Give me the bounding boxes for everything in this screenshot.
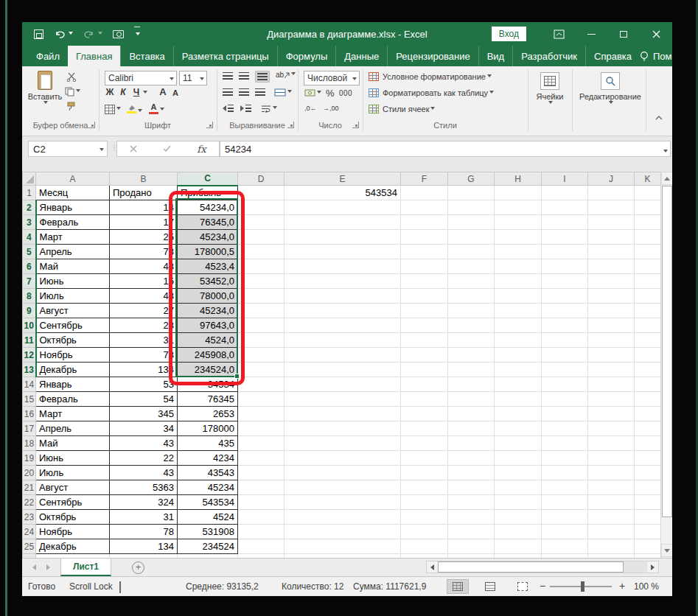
cell-E17[interactable] xyxy=(285,421,401,436)
cell-F3[interactable] xyxy=(401,215,448,230)
cell-K14[interactable] xyxy=(635,377,661,392)
cell-K8[interactable] xyxy=(635,289,661,304)
cell-E19[interactable] xyxy=(285,451,401,466)
row-header-7[interactable]: 7 xyxy=(23,274,36,289)
menu-tab-8[interactable]: Разработчик xyxy=(512,46,585,66)
cell-C22[interactable]: 543534 xyxy=(178,495,238,510)
styles-item-1[interactable]: Форматировать как таблицу xyxy=(369,88,523,97)
font-dialog-launcher[interactable] xyxy=(206,122,213,128)
sheet-tab-list1[interactable]: Лист1 xyxy=(60,559,111,576)
cell-H25[interactable] xyxy=(495,539,542,554)
align-top-button[interactable] xyxy=(223,72,233,80)
cell-I3[interactable] xyxy=(542,215,588,230)
cell-B15[interactable]: 54 xyxy=(110,392,178,407)
cell-C4[interactable]: 45234,0 xyxy=(178,230,238,245)
row-header-20[interactable]: 20 xyxy=(23,466,36,480)
cell-G11[interactable] xyxy=(448,333,495,348)
row-header-21[interactable]: 21 xyxy=(23,480,36,495)
row-header-9[interactable]: 9 xyxy=(23,304,36,318)
row-header-18[interactable]: 18 xyxy=(23,436,36,451)
close-button[interactable] xyxy=(640,22,672,46)
column-header-F[interactable]: F xyxy=(401,172,448,186)
customize-qat-button[interactable] xyxy=(134,27,140,41)
cell-E21[interactable] xyxy=(285,480,401,495)
bold-button[interactable]: Ж xyxy=(105,88,115,97)
cell-I21[interactable] xyxy=(542,480,588,495)
shrink-font-button[interactable]: А xyxy=(171,89,180,97)
cell-G2[interactable] xyxy=(448,200,495,215)
cell-C21[interactable]: 45234 xyxy=(178,480,238,495)
cell-D12[interactable] xyxy=(238,348,285,363)
cell-J9[interactable] xyxy=(588,304,635,318)
font-size-combo[interactable]: 11 xyxy=(179,71,207,85)
cell-I4[interactable] xyxy=(542,230,588,245)
cell-D3[interactable] xyxy=(238,215,285,230)
redo-button[interactable] xyxy=(83,29,102,39)
column-header-A[interactable]: A xyxy=(36,172,110,186)
cell-I14[interactable] xyxy=(542,377,588,392)
cell-H4[interactable] xyxy=(495,230,542,245)
cell-I15[interactable] xyxy=(542,392,588,407)
cell-K5[interactable] xyxy=(635,245,661,259)
save-button[interactable] xyxy=(34,29,43,39)
cell-C24[interactable]: 531908 xyxy=(178,525,238,539)
cell-B11[interactable]: 31 xyxy=(110,333,178,348)
row-header-12[interactable]: 12 xyxy=(23,348,36,363)
cell-K15[interactable] xyxy=(635,392,661,407)
cell-F18[interactable] xyxy=(401,436,448,451)
helper-tab[interactable]: Помощн xyxy=(640,51,672,62)
cell-I18[interactable] xyxy=(542,436,588,451)
cell-A4[interactable]: Март xyxy=(36,230,110,245)
cell-B24[interactable]: 78 xyxy=(110,525,178,539)
styles-item-2[interactable]: Стили ячеек xyxy=(369,105,523,113)
row-header-8[interactable]: 8 xyxy=(23,289,36,304)
cell-K4[interactable] xyxy=(635,230,661,245)
format-painter-button[interactable] xyxy=(66,102,76,111)
sheet-next-button[interactable] xyxy=(46,564,50,570)
normal-view-button[interactable] xyxy=(447,579,469,594)
row-header-2[interactable]: 2 xyxy=(23,200,36,215)
cell-H17[interactable] xyxy=(495,421,542,436)
cell-H22[interactable] xyxy=(495,495,542,510)
cell-I22[interactable] xyxy=(542,495,588,510)
cell-G9[interactable] xyxy=(448,304,495,318)
row-header-13[interactable]: 13 xyxy=(23,363,36,377)
cell-I8[interactable] xyxy=(542,289,588,304)
column-header-D[interactable]: D xyxy=(238,172,285,186)
cell-K21[interactable] xyxy=(635,480,661,495)
cell-G8[interactable] xyxy=(448,289,495,304)
cell-D7[interactable] xyxy=(238,274,285,289)
cell-A21[interactable]: Август xyxy=(36,480,110,495)
borders-dropdown-icon[interactable] xyxy=(116,107,121,112)
cell-H9[interactable] xyxy=(495,304,542,318)
cell-J4[interactable] xyxy=(588,230,635,245)
cell-D17[interactable] xyxy=(238,421,285,436)
cell-E2[interactable] xyxy=(285,200,401,215)
cell-E20[interactable] xyxy=(285,466,401,480)
cell-A11[interactable]: Октябрь xyxy=(36,333,110,348)
cell-E22[interactable] xyxy=(285,495,401,510)
cell-K2[interactable] xyxy=(635,200,661,215)
cell-J16[interactable] xyxy=(588,407,635,421)
row-header-6[interactable]: 6 xyxy=(23,259,36,274)
cell-H1[interactable] xyxy=(495,186,542,200)
undo-button[interactable] xyxy=(54,29,73,39)
cell-B5[interactable]: 73 xyxy=(110,245,178,259)
scroll-left-button[interactable] xyxy=(427,561,438,573)
editing-dropdown-icon[interactable] xyxy=(609,101,613,106)
comma-style-button[interactable]: 000 xyxy=(339,89,352,97)
cell-I17[interactable] xyxy=(542,421,588,436)
cell-B7[interactable]: 15 xyxy=(110,274,178,289)
cut-button[interactable] xyxy=(66,72,77,82)
cell-F4[interactable] xyxy=(401,230,448,245)
cell-E23[interactable] xyxy=(285,510,401,525)
cell-A7[interactable]: Июнь xyxy=(36,274,110,289)
cell-A10[interactable]: Сентябрь xyxy=(36,318,110,333)
cell-A20[interactable]: Июль xyxy=(36,466,110,480)
row-header-16[interactable]: 16 xyxy=(23,407,36,421)
cell-D18[interactable] xyxy=(238,436,285,451)
paste-dropdown-icon[interactable] xyxy=(43,101,48,106)
cell-F16[interactable] xyxy=(401,407,448,421)
cell-F21[interactable] xyxy=(401,480,448,495)
cancel-icon[interactable] xyxy=(130,145,137,153)
